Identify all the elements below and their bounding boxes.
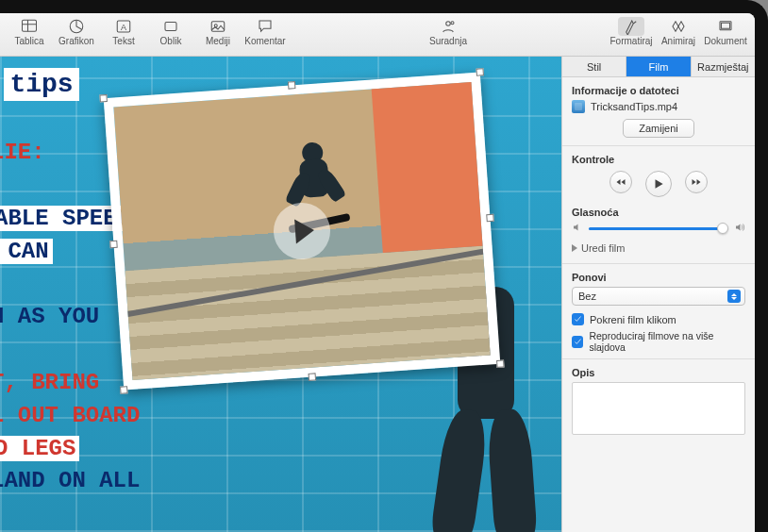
toolbar-animate-button[interactable]: Animiraj	[655, 17, 702, 46]
toolbar-label: Dokument	[704, 36, 747, 46]
toolbar: Tablica Grafikon A Tekst Oblik Mediji	[0, 13, 755, 57]
document-icon	[714, 17, 737, 36]
toolbar-label: Animiraj	[661, 36, 695, 46]
resize-handle-w[interactable]	[109, 241, 118, 249]
repeat-select[interactable]: Bez	[572, 287, 745, 306]
volume-min-icon	[572, 222, 583, 235]
text-icon: A	[112, 17, 135, 36]
toolbar-label: Tablica	[14, 36, 43, 46]
svg-point-10	[451, 22, 454, 25]
start-on-click-checkbox[interactable]: Pokreni film klikom	[572, 313, 745, 325]
toolbar-table-button[interactable]: Tablica	[6, 17, 53, 46]
svg-rect-12	[722, 23, 730, 28]
svg-text:A: A	[121, 23, 126, 32]
resize-handle-se[interactable]	[496, 359, 505, 368]
toolbar-comment-button[interactable]: Komentar	[242, 17, 289, 46]
volume-slider-thumb[interactable]	[717, 223, 728, 234]
toolbar-label: Oblik	[160, 36, 182, 46]
replace-button[interactable]: Zamijeni	[623, 119, 694, 138]
edit-movie-disclosure[interactable]: Uredi film	[572, 242, 745, 254]
volume-max-icon	[734, 222, 745, 235]
toolbar-chart-button[interactable]: Grafikon	[53, 17, 100, 46]
toolbar-format-button[interactable]: Formatiraj	[608, 17, 655, 46]
toolbar-label: Komentar	[244, 36, 285, 46]
tab-arrange[interactable]: Razmještaj	[692, 57, 755, 76]
table-icon	[18, 17, 41, 36]
select-stepper-icon	[727, 290, 741, 303]
inspector-tabs: Stil Film Razmještaj	[562, 57, 755, 77]
volume-heading: Glasnoća	[572, 207, 745, 218]
toolbar-label: Suradnja	[429, 36, 467, 46]
play-across-slides-label: Reproduciraj filmove na više slajdova	[589, 330, 745, 353]
file-info-heading: Informacije o datoteci	[572, 85, 745, 96]
toolbar-document-button[interactable]: Dokument	[702, 17, 749, 46]
animate-icon	[667, 17, 690, 36]
toolbar-text-button[interactable]: A Tekst	[100, 17, 147, 46]
checkbox-checked-icon	[572, 336, 583, 348]
chevron-right-icon	[572, 244, 577, 252]
video-object[interactable]	[104, 72, 501, 390]
format-inspector: Stil Film Razmještaj Informacije o datot…	[561, 57, 755, 532]
svg-rect-6	[165, 23, 176, 31]
repeat-heading: Ponovi	[572, 272, 745, 283]
resize-handle-ne[interactable]	[476, 68, 484, 76]
collaborate-icon	[437, 17, 459, 36]
resize-handle-s[interactable]	[309, 373, 317, 381]
resize-handle-nw[interactable]	[99, 94, 108, 103]
toolbar-collaborate-button[interactable]: Suradnja	[425, 17, 472, 46]
description-textarea[interactable]	[572, 382, 745, 435]
tab-style[interactable]: Stil	[562, 57, 626, 76]
filename-label: TricksandTips.mp4	[591, 101, 677, 112]
svg-rect-7	[211, 22, 225, 32]
rewind-button[interactable]	[609, 171, 632, 193]
toolbar-shape-button[interactable]: Oblik	[147, 17, 194, 46]
chart-icon	[65, 17, 88, 36]
shape-icon	[159, 17, 182, 36]
volume-slider[interactable]	[589, 227, 728, 230]
tab-movie[interactable]: Film	[626, 57, 691, 76]
svg-point-9	[446, 22, 451, 26]
fast-forward-button[interactable]	[685, 171, 708, 193]
checkbox-checked-icon	[572, 313, 584, 325]
svg-rect-0	[23, 20, 37, 31]
movie-file-icon	[572, 100, 585, 113]
svg-point-8	[214, 25, 217, 27]
resize-handle-n[interactable]	[288, 81, 296, 90]
slide-canvas[interactable]: tips LIE: ABLE SPEED CAN N AS YOU T, BRI…	[0, 57, 561, 532]
repeat-value: Bez	[578, 291, 596, 302]
controls-heading: Kontrole	[572, 154, 745, 165]
description-heading: Opis	[572, 367, 745, 378]
play-button[interactable]	[645, 171, 672, 197]
resize-handle-sw[interactable]	[120, 386, 128, 394]
toolbar-media-button[interactable]: Mediji	[194, 17, 242, 46]
start-on-click-label: Pokreni film klikom	[590, 314, 676, 325]
edit-movie-label: Uredi film	[581, 242, 625, 254]
media-icon	[207, 17, 229, 36]
toolbar-label: Formatiraj	[609, 36, 652, 46]
toolbar-label: Tekst	[112, 36, 134, 46]
play-across-slides-checkbox[interactable]: Reproduciraj filmove na više slajdova	[572, 330, 745, 353]
format-icon	[618, 17, 644, 36]
toolbar-label: Grafikon	[58, 36, 94, 46]
resize-handle-e[interactable]	[486, 214, 494, 223]
toolbar-label: Mediji	[206, 36, 230, 46]
comment-icon	[254, 17, 276, 36]
